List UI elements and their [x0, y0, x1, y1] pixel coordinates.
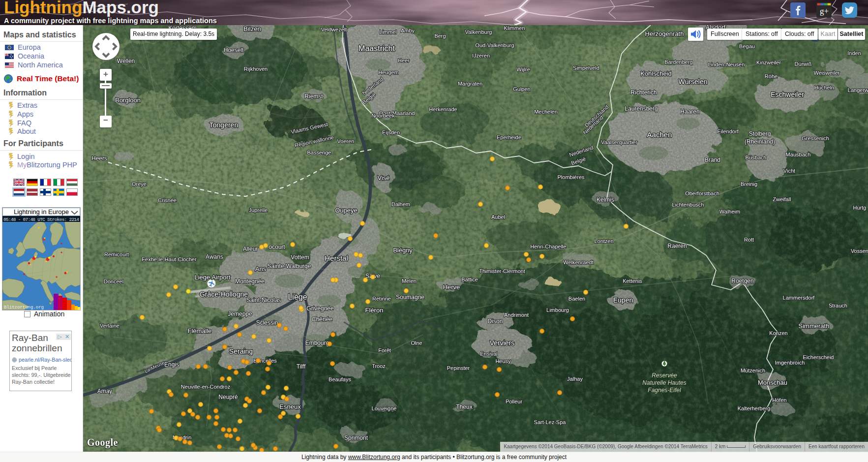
svg-text:Begau: Begau: [739, 43, 755, 49]
svg-text:Forêt: Forêt: [378, 347, 391, 353]
svg-text:Herstal: Herstal: [325, 254, 348, 262]
svg-text:Dalhem: Dalhem: [391, 201, 410, 207]
svg-text:Lammersdorf: Lammersdorf: [783, 295, 815, 301]
svg-text:Vicht: Vicht: [783, 168, 795, 174]
svg-text:Liege Airport: Liege Airport: [195, 274, 231, 281]
svg-text:Chênée: Chênée: [312, 316, 332, 323]
svg-text:Limmel: Limmel: [379, 29, 396, 35]
svg-text:Embourg: Embourg: [305, 339, 329, 346]
svg-text:Tongeren: Tongeren: [210, 121, 238, 129]
svg-text:Verlaine: Verlaine: [100, 323, 120, 329]
svg-text:Saint-Nicolas: Saint-Nicolas: [246, 297, 281, 304]
svg-text:Melen: Melen: [402, 278, 417, 284]
svg-text:Brand: Brand: [705, 156, 720, 163]
svg-text:Wellen: Wellen: [117, 58, 135, 64]
svg-text:Tilff: Tilff: [297, 363, 306, 370]
svg-text:Vottem: Vottem: [291, 254, 309, 261]
svg-text:Pepinster: Pepinster: [447, 365, 470, 371]
svg-text:Alleur: Alleur: [243, 246, 258, 252]
svg-text:Richterich: Richterich: [630, 89, 657, 96]
svg-text:Blitzortung.org: Blitzortung.org: [4, 305, 44, 310]
svg-text:Liège: Liège: [288, 293, 307, 301]
svg-text:Gulpen: Gulpen: [513, 86, 530, 92]
svg-text:Monschau: Monschau: [758, 379, 787, 386]
svg-text:Gressenich: Gressenich: [802, 135, 829, 141]
svg-text:Retinne: Retinne: [372, 296, 391, 302]
svg-text:Würselen: Würselen: [678, 78, 707, 86]
svg-text:Amby: Amby: [401, 28, 415, 33]
svg-text:Fagnes-Eifel: Fagnes-Eifel: [648, 387, 681, 394]
svg-text:Aubel: Aubel: [491, 214, 505, 220]
svg-text:Kettenis: Kettenis: [623, 278, 642, 284]
svg-text:Simmerath: Simmerath: [799, 322, 830, 330]
svg-text:Eupen: Eupen: [613, 296, 633, 304]
svg-text:Neupré: Neupré: [218, 394, 238, 400]
svg-text:Grivegnée: Grivegnée: [306, 305, 334, 312]
svg-text:Verviers: Verviers: [490, 339, 515, 347]
svg-text:Berg: Berg: [434, 33, 446, 39]
svg-text:Sart-Lez-Spa: Sart-Lez-Spa: [534, 419, 567, 425]
svg-text:Visé: Visé: [377, 174, 389, 182]
svg-text:Herkenrade: Herkenrade: [429, 106, 457, 112]
svg-text:Oreye: Oreye: [132, 181, 147, 187]
svg-text:Mechelen: Mechelen: [534, 109, 558, 115]
svg-text:Rijkhoven: Rijkhoven: [244, 66, 268, 72]
svg-text:Oupeye: Oupeye: [335, 207, 358, 214]
svg-text:(Rheinland): (Rheinland): [745, 138, 775, 145]
svg-text:Fexhe-le-Haut-Clocher: Fexhe-le-Haut-Clocher: [142, 256, 197, 262]
svg-text:Valkenburg: Valkenburg: [465, 29, 492, 35]
svg-text:Strauch: Strauch: [829, 303, 847, 308]
svg-text:Juprelle: Juprelle: [249, 207, 268, 213]
svg-text:Ans: Ans: [255, 265, 267, 273]
svg-text:Langerwe: Langerwe: [848, 87, 868, 93]
svg-text:Dürwiß: Dürwiß: [795, 61, 812, 67]
svg-text:Sainte-Walburge: Sainte-Walburge: [268, 263, 311, 270]
svg-text:Andrimont: Andrimont: [504, 312, 529, 318]
svg-text:Wijlre: Wijlre: [516, 66, 530, 72]
svg-text:Voeren: Voeren: [337, 138, 355, 144]
svg-text:Mützenich: Mützenich: [741, 368, 765, 373]
svg-text:Theux: Theux: [456, 403, 472, 410]
svg-text:Lichtenbusch: Lichtenbusch: [672, 202, 704, 208]
svg-text:Kalterherberg: Kalterherberg: [738, 405, 771, 411]
svg-text:Büsbach: Büsbach: [746, 154, 767, 160]
svg-text:Bilzen: Bilzen: [243, 25, 261, 32]
svg-text:Eilendorf: Eilendorf: [717, 128, 739, 134]
svg-text:Haaren: Haaren: [680, 108, 699, 115]
svg-text:IJzeren: IJzeren: [472, 53, 490, 59]
svg-text:Beaufays: Beaufays: [329, 376, 351, 382]
svg-text:Kinzweiler: Kinzweiler: [756, 60, 781, 65]
svg-text:g+: g+: [820, 6, 829, 16]
svg-text:Reservée: Reservée: [652, 372, 677, 379]
svg-text:Awans: Awans: [206, 253, 223, 260]
svg-text:Simpelveld: Simpelveld: [573, 65, 599, 71]
svg-text:Stolberg: Stolberg: [749, 130, 771, 137]
svg-text:Bardenberg: Bardenberg: [664, 59, 693, 65]
svg-text:Imgenbroich: Imgenbroich: [775, 360, 805, 366]
svg-text:Hoeselt: Hoeselt: [224, 47, 244, 54]
svg-text:Herzogenrath: Herzogenrath: [645, 30, 684, 37]
svg-text:Grâce-Hollogne: Grâce-Hollogne: [200, 290, 248, 298]
svg-text:Dison: Dison: [488, 318, 503, 325]
svg-text:Walheim: Walheim: [719, 209, 740, 215]
svg-text:Limbourg: Limbourg: [546, 307, 569, 313]
svg-text:Eperheide: Eperheide: [497, 134, 521, 140]
svg-text:Konzen: Konzen: [769, 330, 787, 336]
svg-text:Borgloon: Borgloon: [115, 96, 141, 104]
svg-text:Veldwezelt: Veldwezelt: [321, 27, 347, 32]
svg-text:Crisnée: Crisnée: [158, 197, 177, 203]
svg-text:Höfen: Höfen: [772, 397, 786, 403]
svg-text:Laurensberg: Laurensberg: [625, 105, 658, 112]
svg-text:Margraten: Margraten: [458, 81, 482, 87]
svg-text:Maastricht: Maastricht: [359, 44, 395, 53]
svg-text:Herve: Herve: [443, 283, 460, 291]
svg-text:Hürtg: Hürtg: [853, 205, 867, 211]
svg-text:Jalhay: Jalhay: [567, 376, 583, 382]
svg-text:Louveigné: Louveigné: [372, 405, 397, 411]
svg-text:Sclessin: Sclessin: [256, 319, 278, 326]
svg-text:Kohlscheid: Kohlscheid: [640, 70, 672, 77]
svg-text:Vossena: Vossena: [851, 248, 868, 254]
svg-text:Kelmis: Kelmis: [597, 196, 614, 203]
svg-text:Baelen: Baelen: [569, 296, 585, 302]
svg-text:05:48 - 07:48 UTC Strokes: 221: 05:48 - 07:48 UTC Strokes: 2214: [3, 217, 79, 222]
